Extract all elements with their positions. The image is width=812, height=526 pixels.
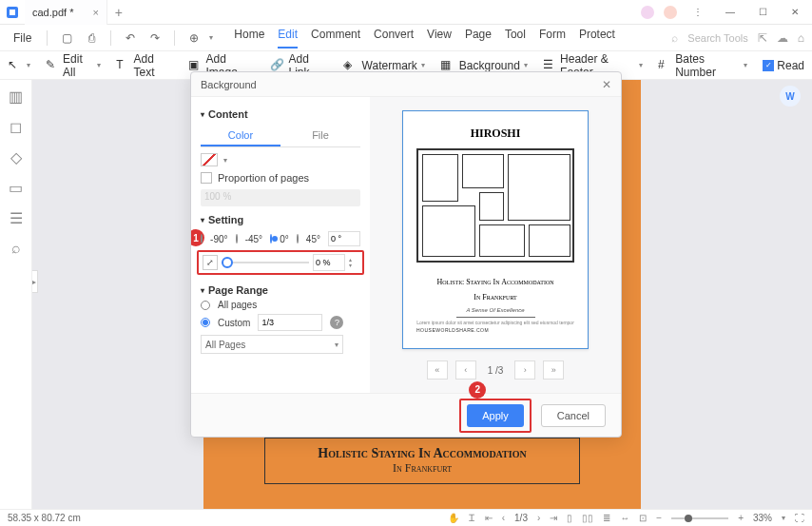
menu-convert[interactable]: Convert (374, 28, 414, 49)
file-subtab[interactable]: File (280, 126, 360, 146)
preview-small-text: Lorem ipsum dolor sit amet consectetur a… (416, 320, 574, 326)
menu-edit[interactable]: Edit (278, 28, 298, 49)
custom-range-radio[interactable] (201, 318, 210, 327)
next-page-nav-icon[interactable]: › (537, 513, 540, 523)
dialog-close-button[interactable]: ✕ (602, 78, 611, 91)
home-icon[interactable]: ⌂ (798, 31, 804, 45)
expand-panel-button[interactable]: ▸ (32, 270, 38, 293)
maximize-button[interactable]: ☐ (751, 3, 774, 22)
apply-button[interactable]: Apply (467, 404, 524, 427)
left-sidebar: ▥ ◻ ◇ ▭ ☰ ⌕ (0, 80, 32, 509)
bookmarks-icon[interactable]: ◻ (8, 118, 25, 135)
search-tools-input[interactable]: Search Tools (687, 32, 747, 44)
first-page-button[interactable]: « (427, 360, 448, 380)
fit-icon[interactable]: ⤢ (203, 255, 218, 270)
menu-view[interactable]: View (427, 28, 452, 49)
setting-section-header[interactable]: ▾Setting (201, 214, 360, 225)
divider (456, 317, 535, 318)
preview-title: HIROSHI (471, 127, 521, 141)
page-counter[interactable]: 1/3 (514, 513, 528, 523)
divider (110, 30, 111, 46)
undo-icon[interactable]: ↶ (121, 31, 140, 45)
last-page-nav-icon[interactable]: ⇥ (550, 513, 557, 523)
select-tool[interactable]: ↖▾ (8, 58, 30, 73)
search-panel-icon[interactable]: ⌕ (8, 240, 25, 257)
chevron-down-icon[interactable]: ▾ (209, 33, 213, 42)
next-page-button[interactable]: › (514, 360, 535, 380)
single-page-view-icon[interactable]: ▯ (567, 513, 572, 523)
notification-badge-icon[interactable] (664, 6, 677, 19)
print-icon[interactable]: ⎙ (82, 31, 101, 45)
chevron-down-icon[interactable]: ▾ (782, 514, 785, 522)
opacity-slider[interactable] (222, 262, 309, 263)
menu-comment[interactable]: Comment (311, 28, 360, 49)
opacity-input[interactable] (313, 254, 345, 271)
save-icon[interactable]: ▢ (57, 31, 76, 45)
continuous-view-icon[interactable]: ≣ (603, 513, 610, 523)
color-picker[interactable]: ▾ (201, 153, 360, 166)
account-badge-icon[interactable] (641, 6, 654, 19)
menu-form[interactable]: Form (539, 28, 566, 49)
page-subset-select[interactable]: All Pages ▾ (201, 335, 343, 354)
help-icon[interactable]: ? (330, 316, 343, 329)
content-section-header[interactable]: ▾Content (201, 108, 360, 120)
comments-icon[interactable]: ◇ (8, 148, 25, 166)
cloud-icon[interactable]: ☁ (777, 31, 788, 45)
zoom-out-icon[interactable]: − (656, 513, 662, 523)
slider-thumb-icon[interactable] (222, 257, 233, 268)
close-window-button[interactable]: ✕ (783, 3, 806, 22)
pager-status: 1 /3 (484, 365, 508, 376)
zoom-slider[interactable] (671, 517, 728, 519)
new-tab-button[interactable]: + (107, 5, 130, 20)
add-text-tool[interactable]: TAdd Text (116, 52, 173, 79)
rotation-45-radio[interactable] (297, 234, 299, 244)
cancel-button[interactable]: Cancel (541, 404, 606, 427)
read-toggle[interactable]: ✓ Read (763, 59, 804, 72)
custom-range-input[interactable] (258, 314, 322, 331)
prev-page-nav-icon[interactable]: ‹ (502, 513, 505, 523)
edit-all-tool[interactable]: ✎Edit All▾ (46, 52, 101, 79)
attachments-icon[interactable]: ▭ (8, 179, 25, 196)
close-tab-icon[interactable]: × (92, 7, 98, 18)
rotation-neg45-radio[interactable] (236, 234, 238, 244)
fullscreen-icon[interactable]: ⛶ (795, 513, 804, 523)
redo-icon[interactable]: ↷ (145, 31, 164, 45)
file-menu[interactable]: File (8, 29, 37, 47)
fit-page-icon[interactable]: ⊡ (639, 513, 647, 523)
document-tab[interactable]: cad.pdf * × (25, 0, 107, 25)
minimize-button[interactable]: ― (719, 3, 742, 22)
stepper-arrows[interactable]: ▴▾ (349, 257, 358, 268)
prev-page-button[interactable]: ‹ (455, 360, 476, 380)
preview-pager: « ‹ 1 /3 › » (427, 360, 565, 380)
fit-width-icon[interactable]: ↔ (620, 513, 629, 523)
page-range-section-header[interactable]: ▾Page Range (201, 284, 360, 296)
all-pages-radio-row[interactable]: All pages (201, 300, 360, 310)
hand-tool-icon[interactable]: ✋ (448, 513, 459, 523)
menu-tool[interactable]: Tool (505, 28, 526, 49)
open-external-icon[interactable]: ⇱ (758, 31, 767, 45)
color-subtab[interactable]: Color (201, 126, 280, 146)
proportion-checkbox[interactable]: Proportion of pages (201, 172, 360, 184)
menu-page[interactable]: Page (465, 28, 492, 49)
more-menu-icon[interactable]: ⋮ (686, 3, 709, 22)
convert-to-word-button[interactable]: W (780, 86, 801, 107)
rotation-custom-input[interactable] (328, 231, 360, 246)
last-page-button[interactable]: » (543, 360, 564, 380)
all-pages-radio[interactable] (201, 301, 210, 310)
tab-title: cad.pdf * (32, 7, 73, 18)
first-page-nav-icon[interactable]: ⇤ (485, 513, 493, 523)
menu-home[interactable]: Home (234, 28, 264, 49)
search-icon[interactable]: ⌕ (671, 31, 678, 45)
share-icon[interactable]: ⊕ (184, 31, 203, 45)
rotation-0-radio[interactable] (270, 234, 272, 244)
bates-number-tool[interactable]: #Bates Number▾ (658, 52, 747, 79)
select-text-icon[interactable]: Ꮖ (469, 513, 475, 524)
menu-protect[interactable]: Protect (579, 28, 615, 49)
zoom-in-icon[interactable]: + (738, 513, 744, 523)
zoom-level[interactable]: 33% (753, 513, 772, 523)
floorplan-graphic (416, 148, 574, 263)
proportion-value-field: 100 % (201, 189, 360, 206)
thumbnails-icon[interactable]: ▥ (8, 88, 25, 105)
layers-icon[interactable]: ☰ (8, 209, 25, 226)
two-page-view-icon[interactable]: ▯▯ (582, 513, 593, 523)
